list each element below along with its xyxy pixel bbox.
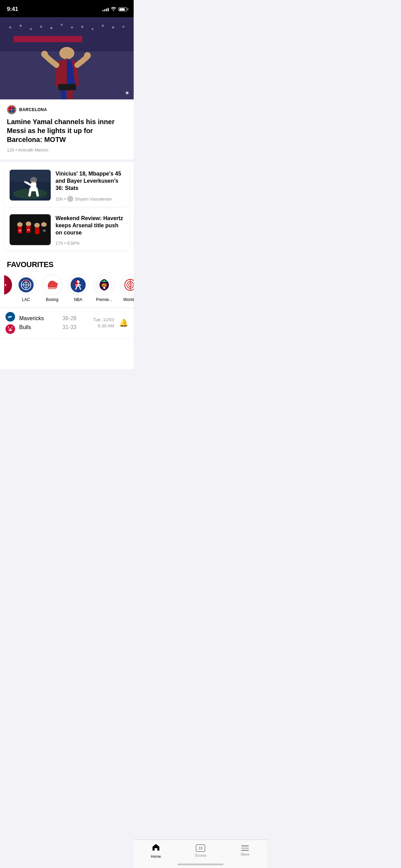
article-tag-text: BARCELONA (19, 107, 47, 112)
status-icons (102, 7, 127, 12)
signal-icon (102, 7, 109, 11)
svg-text:M: M (8, 316, 10, 318)
fav-icon-world (120, 275, 134, 295)
fav-icon-pl: PL (94, 275, 114, 295)
hero-article-meta: 12h • Anirudh Menon (7, 147, 127, 153)
svg-rect-20 (58, 84, 76, 90)
status-bar: 9:41 (0, 0, 134, 17)
fav-icon-lac (16, 275, 36, 295)
fav-item-world[interactable]: World... (118, 275, 134, 302)
author-avatar-0 (67, 196, 73, 202)
carousel-indicator (126, 92, 129, 94)
scores-col: 36-28 31-33 (56, 315, 76, 330)
fav-item-nba[interactable]: NBA (66, 275, 90, 302)
barcelona-badge (7, 105, 16, 114)
svg-point-4 (30, 28, 32, 30)
fav-label-pl: Premie... (96, 297, 112, 302)
favourites-title: FAVOURITES (0, 253, 134, 275)
match-time: Tue, 12/03 5:30 AM (80, 317, 114, 329)
fav-icon-nba (68, 275, 88, 295)
wifi-icon (111, 7, 116, 12)
svg-point-17 (84, 52, 91, 59)
svg-point-62 (9, 329, 10, 330)
svg-point-10 (92, 28, 94, 30)
svg-point-8 (71, 26, 73, 28)
team1-name: Mavericks (19, 315, 52, 322)
article-headline-0: Vinicius' 18, Mbappe's 45 and Bayer Leve… (56, 170, 124, 192)
svg-rect-26 (10, 170, 51, 182)
article-headline-1: Weekend Review: Havertz keeps Arsenal ti… (56, 215, 124, 236)
svg-point-16 (41, 51, 48, 58)
fav-item-lac[interactable]: LAC (14, 275, 38, 302)
article-small-content-1: Weekend Review: Havertz keeps Arsenal ti… (56, 214, 124, 245)
hero-article-headline: Lamine Yamal channels his inner Messi as… (7, 117, 127, 144)
article-tag: BARCELONA (7, 105, 127, 114)
svg-point-6 (50, 27, 52, 29)
hero-image[interactable] (0, 17, 134, 99)
mavericks-logo: M (5, 312, 15, 322)
article-meta-0: 10h • Shyam Vasudevan (56, 196, 124, 202)
svg-point-2 (9, 26, 11, 28)
article-card-1[interactable]: 19 34 10 (4, 209, 130, 250)
fav-label-nba: NBA (74, 297, 83, 302)
team1-score: 36-28 (62, 315, 76, 322)
scores-section: M Mavericks Bulls (0, 308, 134, 338)
svg-point-12 (112, 26, 114, 28)
battery-icon (118, 7, 127, 11)
svg-point-63 (11, 329, 12, 330)
svg-point-9 (81, 26, 83, 28)
svg-text:10: 10 (43, 229, 46, 232)
svg-rect-14 (14, 36, 82, 42)
svg-rect-1 (0, 17, 134, 51)
article-card-0[interactable]: Vinicius' 18, Mbappe's 45 and Bayer Leve… (4, 165, 130, 207)
hero-article-card[interactable]: BARCELONA Lamine Yamal channels his inne… (0, 99, 134, 162)
teams-names: Mavericks Bulls (19, 315, 52, 330)
bulls-logo (5, 324, 15, 334)
fav-item-pl[interactable]: PL Premie... (92, 275, 117, 302)
article-meta-1: 17h • ESPN (56, 241, 124, 246)
team2-name: Bulls (19, 324, 52, 330)
svg-point-3 (20, 25, 22, 27)
fav-label-lac: LAC (22, 297, 30, 302)
svg-point-61 (9, 328, 12, 331)
fav-label-boxing: Boxing (46, 297, 59, 302)
scroll-content: BARCELONA Lamine Yamal channels his inne… (0, 17, 134, 369)
favourites-section: FAVOURITES ● (0, 253, 134, 308)
fav-item-boxing[interactable]: Boxing (40, 275, 64, 302)
svg-text:34: 34 (27, 229, 30, 231)
alert-bell-icon[interactable]: 🔔 (119, 318, 128, 327)
team2-score: 31-33 (62, 324, 76, 330)
svg-point-5 (40, 26, 42, 28)
svg-point-28 (17, 222, 23, 227)
svg-point-15 (59, 47, 74, 59)
svg-point-13 (122, 26, 124, 28)
svg-point-34 (34, 223, 40, 228)
svg-point-7 (61, 24, 63, 26)
svg-point-31 (26, 221, 31, 226)
fav-label-world: World... (123, 297, 134, 302)
article-thumb-1: 19 34 10 (10, 214, 51, 245)
bottom-spacer (0, 338, 134, 369)
fav-icon-boxing (42, 275, 62, 295)
score-row-0[interactable]: M Mavericks Bulls (0, 308, 134, 338)
svg-rect-35 (35, 227, 39, 234)
svg-point-36 (41, 222, 47, 227)
svg-text:19: 19 (19, 229, 21, 232)
fav-item-partial[interactable]: ● (4, 275, 12, 302)
svg-rect-45 (48, 288, 56, 289)
article-small-content-0: Vinicius' 18, Mbappe's 45 and Bayer Leve… (56, 170, 124, 202)
team-logos: M (5, 312, 16, 334)
favourites-scroll[interactable]: ● LAC (0, 275, 134, 308)
svg-text:PL: PL (103, 288, 105, 290)
svg-point-11 (102, 25, 104, 27)
status-time: 9:41 (7, 6, 18, 13)
article-thumb-0 (10, 170, 51, 201)
